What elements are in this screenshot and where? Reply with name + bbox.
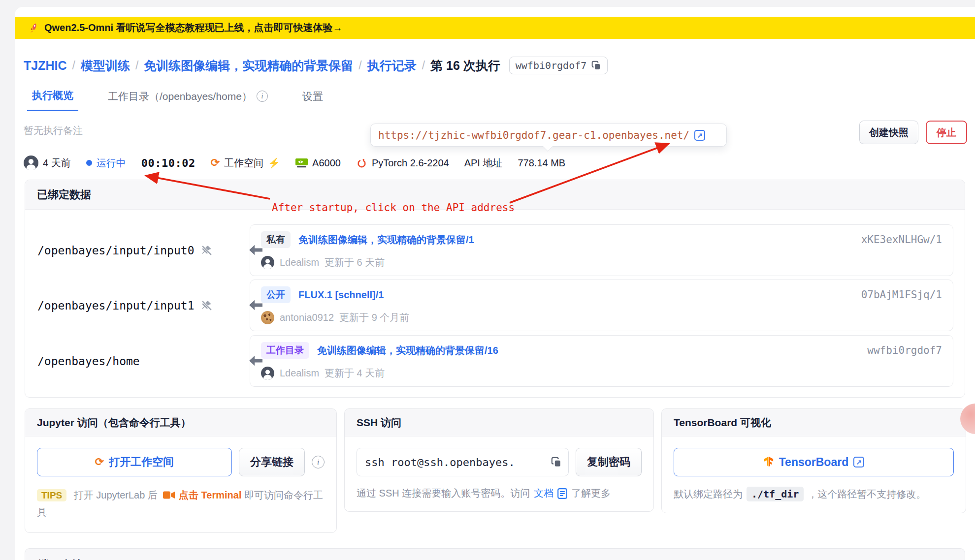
workdir-badge: 工作目录 — [261, 342, 309, 359]
announcement-banner[interactable]: Qwen2.5-Omni 看听说写全模态教程现已上线，点击即可快速体验→ — [15, 17, 975, 39]
tensorboard-description: 默认绑定路径为 ./tf_dir ，这个路径暂不支持修改。 — [674, 487, 954, 501]
breadcrumb-project[interactable]: 免训练图像编辑，实现精确的背景保留 — [144, 58, 353, 74]
api-address-label[interactable]: API 地址 — [464, 156, 503, 170]
ssh-description: 通过 SSH 连接需要输入账号密码。访问 文档 了解更多 — [357, 487, 642, 500]
tf-dir-path: ./tf_dir — [747, 487, 804, 501]
jupyter-card: Jupyter 访问（包含命令行工具） ⟳ 打开工作空间 分享链接 i TIPS… — [25, 408, 337, 533]
breadcrumb-org[interactable]: TJZHIC — [24, 59, 67, 73]
dataset-updated: 更新于 6 天前 — [325, 256, 385, 269]
breadcrumb-section[interactable]: 模型训练 — [81, 58, 130, 74]
jupyter-card-title: Jupyter 访问（包含命令行工具） — [25, 409, 336, 436]
copy-icon[interactable] — [551, 457, 562, 467]
lightning-icon: ⚡ — [268, 157, 280, 169]
mount-path: /openbayes/input/input1 — [37, 280, 213, 331]
run-state-label: 运行中 — [97, 156, 126, 170]
dataset-box: 工作目录 免训练图像编辑，实现精确的背景保留/16 wwfbi0rgdof7 L… — [250, 335, 953, 387]
breadcrumb-separator: / — [135, 59, 138, 72]
document-icon[interactable] — [557, 488, 567, 499]
tips-badge: TIPS — [37, 489, 66, 501]
next-section-title: 端口映射 — [38, 558, 965, 560]
dataset-link[interactable]: 免训练图像编辑，实现精确的背景保留/1 — [298, 233, 474, 247]
rocket-icon — [29, 23, 39, 33]
external-link-icon: ↗ — [853, 457, 864, 467]
run-status-row: 4 天前 运行中 00:10:02 ⟳ 工作空间 ⚡ A6000 — [24, 154, 565, 172]
breadcrumb: TJZHIC / 模型训练 / 免训练图像编辑，实现精确的背景保留 / 执行记录… — [24, 55, 608, 76]
ssh-command-text: ssh root@ssh.openbayes. — [365, 456, 515, 468]
breadcrumb-separator: / — [72, 59, 75, 72]
tab-workdir-label: 工作目录（/openbayes/home） — [108, 90, 252, 103]
workspace-label: 工作空间 — [224, 156, 263, 170]
info-icon[interactable]: i — [257, 91, 268, 102]
gpu-type: A6000 — [295, 157, 341, 169]
mount-path-text: /openbayes/input/input1 — [37, 299, 195, 312]
dataset-id: xKE3exNLHGw/1 — [861, 234, 942, 246]
dataset-updated: 更新于 9 个月前 — [339, 311, 409, 324]
bound-data-title: 已绑定数据 — [25, 180, 965, 210]
open-workspace-label: 打开工作空间 — [109, 455, 174, 469]
ssh-desc-text: 了解更多 — [571, 487, 611, 500]
status-dot-icon — [86, 160, 92, 166]
visibility-badge: 私有 — [261, 231, 291, 248]
sync-icon: ⟳ — [211, 157, 220, 168]
api-url-tooltip[interactable]: https://tjzhic-wwfbi0rgdof7.gear-c1.open… — [370, 124, 727, 147]
memory-usage: 778.14 MB — [518, 157, 565, 169]
ssh-desc-text: 通过 SSH 连接需要输入账号密码。访问 — [357, 487, 530, 500]
runtime-image: PyTorch 2.6-2204 — [356, 157, 449, 169]
ssh-command-box[interactable]: ssh root@ssh.openbayes. — [357, 448, 569, 476]
sync-icon: ⟳ — [95, 457, 104, 467]
docs-link[interactable]: 文档 — [534, 487, 553, 500]
share-link-button[interactable]: 分享链接 — [239, 448, 305, 476]
tensorboard-card: TensorBoard 可视化 TensorBoard ↗ 默认绑定路径为 ./… — [661, 408, 966, 513]
dataset-box: 私有 免训练图像编辑，实现精确的背景保留/1 xKE3exNLHGw/1 Lde… — [250, 224, 953, 276]
tab-overview[interactable]: 执行概览 — [27, 89, 78, 111]
tensorboard-button[interactable]: TensorBoard ↗ — [674, 448, 954, 476]
copy-icon[interactable] — [591, 61, 601, 70]
tab-settings-label: 设置 — [302, 90, 323, 103]
access-cards: Jupyter 访问（包含命令行工具） ⟳ 打开工作空间 分享链接 i TIPS… — [25, 408, 966, 533]
bound-data-row: /openbayes/input/input1 公开 FLUX.1 [schne… — [25, 280, 965, 331]
run-id-badge[interactable]: wwfbi0rgdof7 — [509, 57, 608, 74]
ssh-card-title: SSH 访问 — [345, 409, 653, 436]
dataset-link[interactable]: 免训练图像编辑，实现精确的背景保留/16 — [317, 344, 498, 357]
user-avatar — [261, 311, 274, 324]
tab-workdir[interactable]: 工作目录（/openbayes/home） i — [103, 89, 273, 111]
create-snapshot-button[interactable]: 创建快照 — [859, 121, 918, 144]
user-avatar-icon — [24, 156, 38, 170]
tensorboard-card-title: TensorBoard 可视化 — [662, 409, 966, 436]
stop-button[interactable]: 停止 — [926, 121, 967, 144]
run-state: 运行中 — [86, 156, 126, 170]
copy-password-button[interactable]: 复制密码 — [576, 448, 642, 476]
bound-data-row: /openbayes/home 工作目录 免训练图像编辑，实现精确的背景保留/1… — [25, 335, 965, 387]
banner-text: Qwen2.5-Omni 看听说写全模态教程现已上线，点击即可快速体验→ — [44, 21, 343, 34]
external-link-icon[interactable]: ↗ — [694, 130, 705, 141]
openbayes-run-page: Qwen2.5-Omni 看听说写全模态教程现已上线，点击即可快速体验→ TJZ… — [0, 0, 975, 560]
terminal-highlight: 点击 Terminal — [179, 490, 241, 500]
breadcrumb-runs[interactable]: 执行记录 — [367, 58, 417, 74]
dataset-owner: antonia0912 — [280, 312, 334, 323]
open-workspace-button[interactable]: ⟳ 打开工作空间 — [37, 448, 232, 476]
runtime-label: PyTorch 2.6-2204 — [372, 157, 449, 169]
gpu-label: A6000 — [312, 157, 341, 169]
visibility-badge: 公开 — [261, 286, 291, 303]
workspace-link[interactable]: ⟳ 工作空间 ⚡ — [211, 156, 280, 170]
bound-data-card: 已绑定数据 /openbayes/input/input0 私有 免训练图像编辑… — [25, 180, 965, 398]
unbind-pin-icon[interactable] — [200, 299, 213, 311]
run-note: 暂无执行备注 — [24, 124, 83, 137]
tab-settings[interactable]: 设置 — [297, 89, 328, 111]
nvidia-icon — [295, 158, 308, 168]
dataset-owner: Ldealism — [280, 368, 319, 379]
info-icon[interactable]: i — [312, 456, 325, 468]
mount-path: /openbayes/home — [37, 335, 140, 387]
next-section-card: 端口映射 — [25, 548, 965, 560]
dataset-box: 公开 FLUX.1 [schnell]/1 07bAjM1FSjq/1 anto… — [250, 280, 953, 331]
api-url-text[interactable]: https://tjzhic-wwfbi0rgdof7.gear-c1.open… — [378, 129, 689, 141]
tb-desc-text: ，这个路径暂不支持修改。 — [808, 488, 926, 501]
unbind-pin-icon[interactable] — [200, 244, 213, 256]
pytorch-icon — [356, 157, 367, 169]
run-created: 4 天前 — [24, 156, 71, 170]
bound-data-row: /openbayes/input/input0 私有 免训练图像编辑，实现精确的… — [25, 224, 965, 276]
ssh-card: SSH 访问 ssh root@ssh.openbayes. 复制密码 通过 S… — [344, 408, 654, 512]
dataset-id: wwfbi0rgdof7 — [867, 344, 942, 356]
mount-path-text: /openbayes/input/input0 — [37, 244, 195, 257]
dataset-link[interactable]: FLUX.1 [schnell]/1 — [298, 289, 384, 301]
